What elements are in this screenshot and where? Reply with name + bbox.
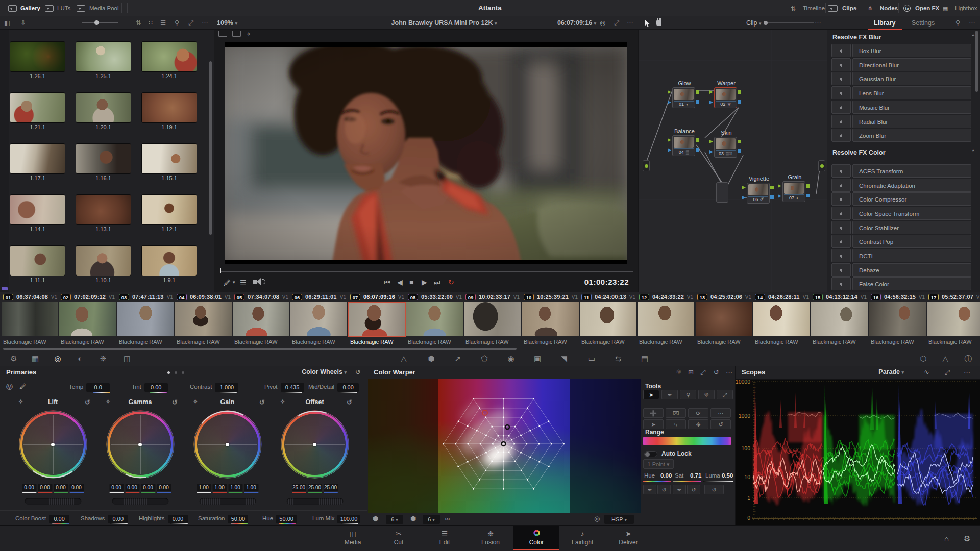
- svg-text:10000: 10000: [736, 379, 750, 385]
- svg-text:10: 10: [744, 474, 750, 480]
- svg-text:1: 1: [747, 495, 750, 501]
- svg-text:1000: 1000: [739, 413, 751, 419]
- svg-text:0: 0: [747, 515, 750, 521]
- svg-text:100: 100: [741, 445, 750, 452]
